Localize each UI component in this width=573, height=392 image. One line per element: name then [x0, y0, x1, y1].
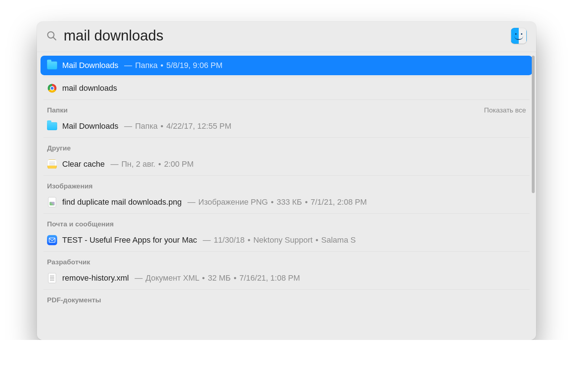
result-title: mail downloads [62, 84, 117, 93]
section-label: PDF-документы [47, 296, 101, 304]
image-file-icon [47, 197, 57, 207]
show-all-link[interactable]: Показать все [484, 106, 526, 114]
section-header-developer: Разработчик [41, 253, 532, 268]
result-row[interactable]: Clear cache — Пн, 2 авг. • 2:00 PM [41, 154, 532, 174]
results-list: Mail Downloads — Папка • 5/8/19, 9:06 PM… [37, 52, 536, 340]
result-title: find duplicate mail downloads.png [62, 197, 182, 207]
section-label: Папки [47, 106, 68, 114]
section-label: Разработчик [47, 258, 90, 266]
mail-icon [47, 235, 57, 245]
result-row[interactable]: TEST - Useful Free Apps for your Mac — 1… [41, 230, 532, 250]
result-meta: — 11/30/18 • Nektony Support • Salama S [202, 235, 356, 245]
notes-icon [47, 159, 57, 169]
divider [43, 137, 530, 138]
finder-app-icon[interactable] [511, 28, 527, 44]
result-title: Mail Downloads [62, 61, 118, 70]
result-title: TEST - Useful Free Apps for your Mac [62, 235, 197, 245]
web-suggestion-row[interactable]: mail downloads [41, 78, 532, 98]
search-icon [46, 30, 57, 41]
chrome-icon [47, 83, 57, 93]
top-hit-row[interactable]: Mail Downloads — Папка • 5/8/19, 9:06 PM [41, 56, 532, 75]
result-meta: — Изображение PNG • 333 КБ • 7/1/21, 2:0… [187, 197, 367, 207]
search-input[interactable] [64, 27, 504, 44]
section-header-other: Другие [41, 139, 532, 154]
divider [43, 99, 530, 100]
section-label: Изображения [47, 182, 93, 190]
result-meta: — Папка • 4/22/17, 12:55 PM [123, 122, 231, 131]
result-row[interactable]: Mail Downloads — Папка • 4/22/17, 12:55 … [41, 116, 532, 136]
spotlight-window: Mail Downloads — Папка • 5/8/19, 9:06 PM… [37, 22, 536, 340]
section-header-folders: Папки Показать все [41, 101, 532, 116]
result-meta: — Документ XML • 32 МБ • 7/16/21, 1:08 P… [134, 273, 300, 283]
result-title: remove-history.xml [62, 273, 129, 283]
result-row[interactable]: remove-history.xml — Документ XML • 32 М… [41, 268, 532, 288]
search-row [37, 22, 536, 52]
divider [43, 175, 530, 176]
result-meta: — Папка • 5/8/19, 9:06 PM [123, 61, 222, 70]
svg-line-1 [53, 37, 56, 40]
divider [43, 289, 530, 290]
xml-file-icon [47, 273, 57, 283]
divider [43, 213, 530, 214]
scrollbar[interactable] [532, 56, 535, 193]
folder-icon [47, 121, 57, 131]
folder-icon [47, 60, 57, 71]
section-header-pdf: PDF-документы [41, 291, 532, 306]
divider [43, 77, 530, 77]
section-label: Почта и сообщения [47, 220, 114, 228]
section-header-mail: Почта и сообщения [41, 215, 532, 230]
svg-rect-2 [49, 238, 55, 242]
result-row[interactable]: find duplicate mail downloads.png — Изоб… [41, 192, 532, 212]
section-label: Другие [47, 144, 71, 152]
result-title: Clear cache [62, 159, 105, 169]
section-header-images: Изображения [41, 177, 532, 192]
divider [43, 251, 530, 252]
result-title: Mail Downloads [62, 122, 118, 131]
result-meta: — Пн, 2 авг. • 2:00 PM [110, 159, 194, 169]
